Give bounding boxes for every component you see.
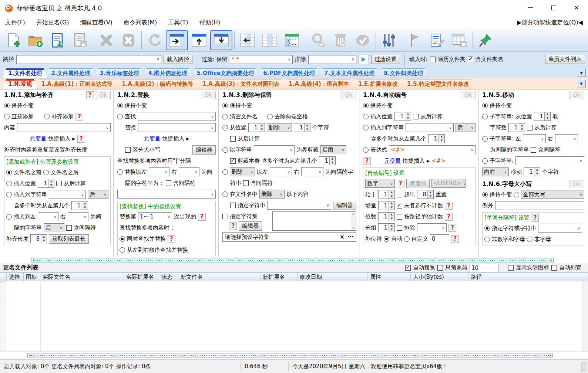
keep-radio[interactable] [482, 192, 488, 197]
spec-string-checkbox[interactable] [230, 203, 236, 208]
table-save-icon[interactable] [448, 30, 471, 50]
between-value-combo[interactable] [117, 190, 216, 199]
content-action-combo[interactable]: 删除 [259, 190, 285, 199]
substring-direct-radio[interactable] [482, 158, 488, 164]
tab-office-summary[interactable]: 5.Office文档摘要处理 [191, 68, 260, 78]
delete-icon[interactable] [95, 30, 117, 50]
assign-to-button[interactable]: 赋值到 [406, 179, 430, 188]
insert-pos-radio[interactable] [6, 181, 12, 186]
editor-button[interactable]: 编辑器 [192, 145, 216, 155]
ok-button[interactable]: Ok [342, 91, 357, 99]
scrollbar[interactable]: ∧∨ [351, 212, 356, 230]
help-button[interactable]: ? [531, 214, 539, 222]
metavar-link[interactable]: 元变量 [384, 157, 401, 165]
help-button[interactable]: ? [86, 91, 94, 99]
traverse-folders-checkbox[interactable] [430, 57, 436, 62]
menu-help[interactable]: 帮助(H) [199, 19, 221, 27]
find-radio[interactable] [117, 114, 123, 119]
number-type-combo[interactable]: 数字 [365, 179, 395, 188]
ok-button[interactable]: Ok [201, 91, 216, 99]
trash-check-icon[interactable] [329, 30, 352, 50]
simultaneous-radio[interactable] [120, 236, 125, 242]
tab-filename-processing[interactable]: 1.文件名处理 [2, 68, 48, 78]
expand-arrow-icon[interactable]: ▶ [72, 136, 75, 141]
get-longest-button[interactable]: 获取列表最长 [49, 234, 89, 244]
file-list-body[interactable] [0, 281, 588, 352]
before-after-combo[interactable]: 后 [88, 190, 108, 199]
pad-auto-radio[interactable] [384, 236, 389, 242]
menu-tools[interactable]: 工具(T) [168, 19, 188, 27]
case-option-radio[interactable] [514, 192, 519, 197]
tab-file-attributes[interactable]: 2.文件属性处理 [45, 68, 96, 78]
charset-editor-button[interactable]: 编辑器 [239, 221, 262, 231]
after-name-radio[interactable] [43, 170, 49, 175]
by-string-radio[interactable] [222, 147, 228, 153]
show-real-icons-checkbox[interactable] [508, 265, 514, 271]
column-size[interactable]: 大小(Bytes) [411, 273, 468, 281]
filter-settings-button[interactable]: 过滤设置 [371, 55, 400, 64]
path-combo[interactable] [16, 55, 161, 64]
preview-count-input[interactable]: 10 [470, 264, 498, 272]
exclude-checkbox[interactable] [397, 225, 402, 231]
insert-string-combo[interactable] [406, 123, 454, 132]
include-sep-checkbox[interactable] [531, 147, 536, 153]
column-new-ext[interactable]: 新扩展名 [261, 273, 298, 281]
non-alnum-radio[interactable] [484, 237, 490, 242]
tab-extension-edit[interactable]: 1.E.扩展名修改 [352, 79, 404, 89]
cut-self-checkbox[interactable] [230, 158, 236, 164]
count-from-back-checkbox[interactable] [527, 125, 532, 130]
content-combo[interactable] [17, 123, 111, 132]
vertical-scrollbar[interactable] [582, 281, 588, 352]
grid-move-left-icon[interactable] [236, 30, 259, 50]
column-icon[interactable]: 图标 [24, 273, 40, 281]
help-button[interactable]: ? [363, 157, 371, 165]
count-spinner[interactable]: 1▲▼ [294, 123, 310, 132]
help-button[interactable]: ? [168, 235, 175, 243]
resize-grip[interactable] [581, 362, 587, 372]
new-file-icon[interactable] [2, 30, 24, 50]
main-tabs-overflow-icon[interactable] [577, 69, 586, 77]
refresh-icon[interactable] [144, 30, 166, 50]
left-sep-combo[interactable] [38, 212, 58, 221]
splitter-horizontal[interactable]: ▲▲ [27, 353, 553, 357]
nth-combo[interactable]: 1~-1 [138, 212, 172, 221]
substring-combo[interactable] [515, 156, 584, 165]
clear-name-radio[interactable] [222, 114, 228, 119]
more-icon[interactable]: ··· [347, 234, 354, 240]
direction-combo[interactable]: 向右 [482, 167, 509, 176]
charset-checkbox[interactable] [222, 214, 228, 219]
check-all-icon[interactable] [352, 30, 374, 50]
clear-icon[interactable]: × [340, 234, 345, 240]
open-folder-add-icon[interactable] [24, 30, 47, 50]
tab-text-file-attributes[interactable]: 7.文本文件属性处理 [318, 68, 380, 78]
load-list-icon[interactable] [47, 30, 69, 50]
before-name-radio[interactable] [6, 170, 12, 175]
help-button[interactable]: ? [445, 213, 453, 221]
exceed-spinner[interactable]: 8▲▼ [417, 190, 434, 199]
help-button[interactable]: ? [445, 202, 453, 210]
include-folder-name-checkbox[interactable] [468, 57, 473, 62]
edit-list-icon[interactable] [426, 30, 448, 50]
expand-arrow-icon[interactable]: ▶ [186, 136, 189, 141]
apply-filter-button[interactable] [359, 55, 369, 64]
keep-radio[interactable] [117, 103, 123, 108]
direct-add-radio[interactable] [4, 114, 10, 119]
char-count-spinner[interactable]: 1▲▼ [508, 123, 525, 132]
menu-file[interactable]: 文件(F) [5, 19, 25, 27]
position-spinner[interactable]: 1▲▼ [248, 123, 265, 132]
case-sensitive-checkbox[interactable] [125, 147, 131, 153]
ok-button[interactable]: Ok [461, 91, 476, 99]
help-button[interactable]: ? [77, 135, 85, 143]
charset-textarea[interactable]: ∧∨ [272, 211, 356, 231]
right-sep-combo[interactable] [555, 134, 578, 143]
replace-between-radio[interactable] [117, 169, 123, 175]
in-filename-radio[interactable] [222, 191, 228, 197]
splitter-horizontal[interactable]: ▲▲ [31, 258, 554, 262]
delete-all-icon[interactable] [117, 30, 140, 50]
per-path-checkbox[interactable] [397, 214, 402, 220]
grid-columns-icon[interactable] [259, 30, 281, 50]
insert-to-string-radio[interactable] [6, 192, 12, 197]
editor-button[interactable]: 编辑器 [333, 201, 356, 210]
nth-spinner[interactable]: 1▲▼ [428, 134, 445, 143]
expression-radio[interactable] [363, 147, 369, 153]
